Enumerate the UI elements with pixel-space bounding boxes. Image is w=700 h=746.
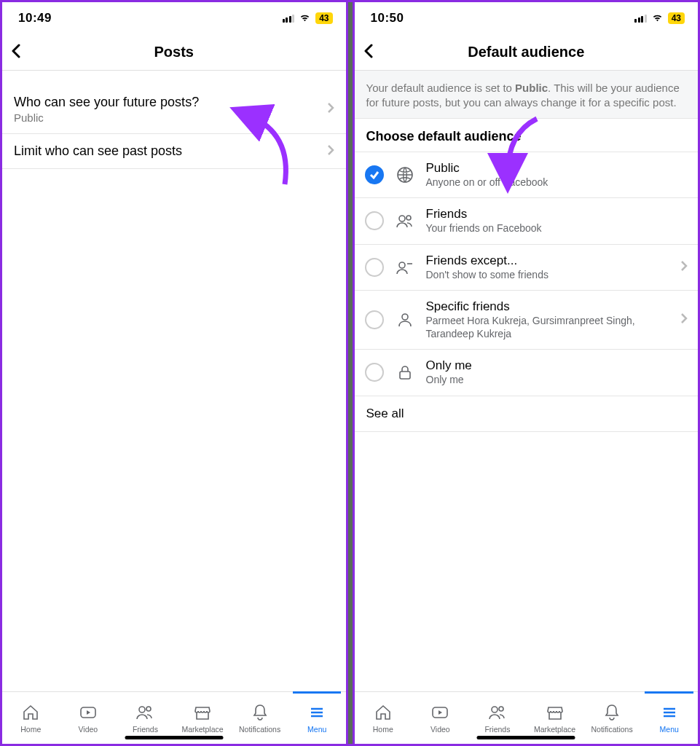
see-all-link[interactable]: See all — [355, 396, 699, 432]
battery-indicator: 43 — [668, 12, 685, 24]
option-title: Only me — [426, 358, 688, 373]
option-title: Friends — [426, 207, 688, 221]
tab-menu[interactable]: Menu — [288, 692, 346, 744]
home-indicator — [125, 736, 223, 739]
tab-menu[interactable]: Menu — [640, 692, 698, 744]
svg-point-9 — [399, 262, 405, 268]
chevron-right-icon — [680, 313, 688, 327]
row-subtitle: Public — [14, 111, 327, 124]
option-friends-except[interactable]: Friends except...Don't show to some frie… — [355, 245, 699, 291]
chevron-right-icon — [327, 144, 334, 159]
nav-header: Posts — [2, 34, 346, 71]
svg-point-2 — [146, 707, 151, 711]
svg-point-11 — [402, 314, 408, 320]
tab-notifications[interactable]: Notifications — [583, 692, 641, 744]
option-public[interactable]: PublicAnyone on or off Facebook — [355, 152, 699, 199]
status-indicators: 43 — [634, 12, 685, 25]
radio-selected-icon — [365, 165, 384, 184]
radio-unselected-icon — [365, 310, 384, 329]
tab-home[interactable]: Home — [355, 692, 412, 744]
nav-header: Default audience — [355, 34, 699, 71]
home-indicator — [477, 736, 575, 739]
radio-unselected-icon — [365, 258, 384, 277]
option-friends[interactable]: FriendsYour friends on Facebook — [355, 198, 699, 245]
option-subtitle: Your friends on Facebook — [426, 222, 688, 235]
wifi-icon — [651, 12, 664, 25]
page-title: Posts — [2, 44, 346, 60]
back-button[interactable] — [363, 44, 374, 61]
status-indicators: 43 — [283, 12, 333, 25]
option-title: Specific friends — [426, 299, 671, 314]
status-time: 10:49 — [18, 11, 52, 25]
option-subtitle: Anyone on or off Facebook — [426, 176, 688, 189]
row-future-posts[interactable]: Who can see your future posts? Public — [2, 85, 346, 134]
cellular-signal-icon — [283, 15, 295, 23]
svg-point-1 — [139, 707, 145, 712]
tab-notifications[interactable]: Notifications — [231, 692, 288, 744]
friends-icon — [394, 211, 416, 230]
tab-video[interactable]: Video — [412, 692, 469, 744]
svg-point-14 — [492, 707, 498, 712]
svg-rect-12 — [400, 372, 410, 379]
tab-video[interactable]: Video — [60, 692, 117, 744]
back-button[interactable] — [11, 44, 21, 61]
phone-posts: 10:49 43 Posts Who can see your future p… — [2, 2, 348, 744]
page-title: Default audience — [355, 44, 699, 60]
option-title: Public — [426, 161, 688, 176]
battery-indicator: 43 — [315, 12, 332, 24]
status-bar: 10:50 43 — [355, 2, 699, 34]
row-past-posts[interactable]: Limit who can see past posts — [2, 134, 346, 169]
radio-unselected-icon — [365, 211, 384, 230]
content-area: Who can see your future posts? Public Li… — [2, 71, 346, 691]
option-subtitle: Only me — [426, 374, 688, 387]
option-only-me[interactable]: Only meOnly me — [355, 350, 699, 396]
chevron-right-icon — [680, 260, 688, 275]
specific-friend-icon — [394, 310, 416, 329]
tab-home[interactable]: Home — [2, 692, 60, 744]
row-title: Who can see your future posts? — [14, 95, 327, 110]
globe-icon — [394, 165, 416, 184]
svg-point-15 — [499, 707, 503, 711]
wifi-icon — [299, 12, 311, 25]
radio-unselected-icon — [365, 363, 384, 382]
description-block: Your default audience is set to Public. … — [355, 71, 699, 119]
cellular-signal-icon — [634, 15, 647, 23]
svg-point-8 — [406, 216, 411, 220]
status-time: 10:50 — [371, 11, 404, 25]
svg-point-7 — [399, 216, 405, 221]
row-title: Limit who can see past posts — [14, 144, 327, 159]
option-specific-friends[interactable]: Specific friendsParmeet Hora Kukreja, Gu… — [355, 291, 699, 350]
chevron-right-icon — [327, 102, 334, 117]
option-subtitle: Parmeet Hora Kukreja, Gursimranpreet Sin… — [426, 315, 671, 340]
status-bar: 10:49 43 — [2, 2, 346, 34]
phone-default-audience: 10:50 43 Default audience Your default a… — [353, 2, 699, 744]
friends-except-icon — [394, 258, 416, 277]
section-title: Choose default audience — [355, 119, 699, 152]
option-title: Friends except... — [426, 254, 671, 268]
option-subtitle: Don't show to some friends — [426, 269, 671, 282]
lock-icon — [394, 363, 416, 382]
content-area: Your default audience is set to Public. … — [355, 71, 699, 691]
